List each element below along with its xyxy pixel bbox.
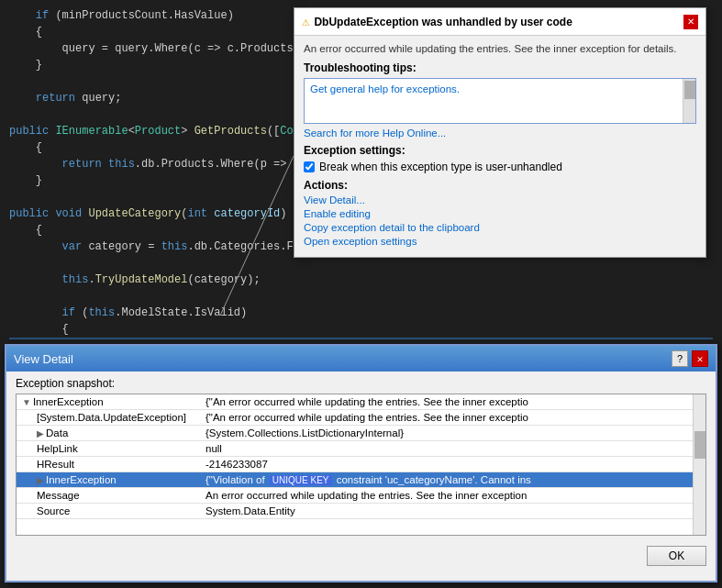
view-detail-dialog: View Detail ? ✕ Exception snapshot: ▼Inn… [5, 344, 717, 582]
table-scrollbar-thumb [694, 431, 705, 459]
table-scrollbar[interactable] [693, 394, 705, 535]
exception-checkbox-label: Break when this exception type is user-u… [319, 161, 562, 173]
table-cell-value: -2146233087 [200, 457, 705, 472]
table-cell-name: HelpLink [17, 441, 200, 457]
table-cell-name: ▼InnerException [17, 394, 200, 410]
view-detail-title-bar: View Detail ? ✕ [6, 346, 716, 372]
troubleshooting-label: Troubleshooting tips: [304, 61, 696, 74]
table-cell-name: HResult [17, 457, 200, 472]
table-cell-value: null [200, 441, 705, 457]
expand-arrow: ▶ [37, 475, 44, 485]
view-detail-close-button[interactable]: ✕ [692, 350, 708, 367]
collapse-arrow: ▼ [22, 397, 31, 407]
table-cell-value: An error occurred while updating the ent… [200, 488, 705, 504]
table-cell-name: Message [17, 488, 200, 504]
code-line: { [9, 321, 713, 338]
code-line [9, 288, 713, 305]
table-cell-value: {"An error occurred while updating the e… [200, 410, 705, 426]
table-cell-name: ▶InnerException [17, 472, 200, 488]
table-cell-name: ▶Data [17, 426, 200, 441]
copy-exception-link[interactable]: Copy exception detail to the clipboard [304, 222, 696, 233]
tips-link[interactable]: Get general help for exceptions. [310, 83, 460, 94]
open-settings-link[interactable]: Open exception settings [304, 236, 696, 247]
table-cell-value: {"Violation of UNIQUE KEY constraint 'uc… [200, 472, 705, 488]
code-line-highlighted: this.db.SaveChanges(); [9, 338, 713, 339]
table-cell-name: Source [17, 504, 200, 519]
table-row[interactable]: ▼InnerException {"An error occurred whil… [17, 394, 705, 410]
table-row-selected[interactable]: ▶InnerException {"Violation of UNIQUE KE… [17, 472, 705, 488]
exception-description: An error occurred while updating the ent… [304, 43, 696, 54]
actions-label: Actions: [304, 179, 696, 192]
table-cell-name: [System.Data.UpdateException] [17, 410, 200, 426]
exception-table: ▼InnerException {"An error occurred whil… [17, 394, 705, 519]
exception-checkbox-row: Break when this exception type is user-u… [304, 161, 696, 173]
snapshot-label: Exception snapshot: [16, 377, 706, 390]
code-line: if (this.ModelState.IsValid) [9, 305, 713, 321]
table-row[interactable]: Source System.Data.Entity [17, 504, 705, 519]
view-detail-title: View Detail [14, 352, 73, 366]
exception-checkbox[interactable] [304, 161, 315, 172]
table-row[interactable]: HelpLink null [17, 441, 705, 457]
table-row[interactable]: HResult -2146233087 [17, 457, 705, 472]
exception-dialog: ⚠ DbUpdateException was unhandled by use… [294, 7, 706, 258]
exception-close-button[interactable]: ✕ [683, 15, 698, 29]
tips-scrollbar[interactable] [683, 79, 695, 123]
view-detail-controls: ? ✕ [672, 350, 708, 367]
enable-editing-link[interactable]: Enable editing [304, 208, 696, 219]
exception-body: An error occurred while updating the ent… [294, 36, 705, 257]
code-line: this.TryUpdateModel(category); [9, 272, 713, 288]
warning-icon: ⚠ [302, 14, 309, 29]
view-detail-body: Exception snapshot: ▼InnerException {"An… [6, 372, 716, 541]
table-cell-value: System.Data.Entity [200, 504, 705, 519]
table-cell-value: {System.Collections.ListDictionaryIntern… [200, 426, 705, 441]
expand-arrow: ▶ [37, 428, 44, 438]
exception-title-bar: ⚠ DbUpdateException was unhandled by use… [294, 8, 705, 36]
tips-scrollbar-thumb [684, 81, 695, 99]
exception-title: DbUpdateException was unhandled by user … [314, 16, 683, 28]
exception-table-container[interactable]: ▼InnerException {"An error occurred whil… [16, 394, 706, 536]
view-detail-footer: OK [6, 541, 716, 571]
highlight-badge: UNIQUE KEY [270, 475, 332, 485]
table-cell-value: {"An error occurred while updating the e… [200, 394, 705, 410]
table-row[interactable]: ▶Data {System.Collections.ListDictionary… [17, 426, 705, 441]
view-detail-help-button[interactable]: ? [672, 350, 688, 367]
table-row[interactable]: [System.Data.UpdateException] {"An error… [17, 410, 705, 426]
help-online-link[interactable]: Search for more Help Online... [304, 128, 696, 139]
tips-box: Get general help for exceptions. [304, 78, 696, 124]
ok-button[interactable]: OK [647, 546, 706, 566]
view-detail-link[interactable]: View Detail... [304, 194, 696, 205]
table-row[interactable]: Message An error occurred while updating… [17, 488, 705, 504]
exception-settings-label: Exception settings: [304, 144, 696, 157]
